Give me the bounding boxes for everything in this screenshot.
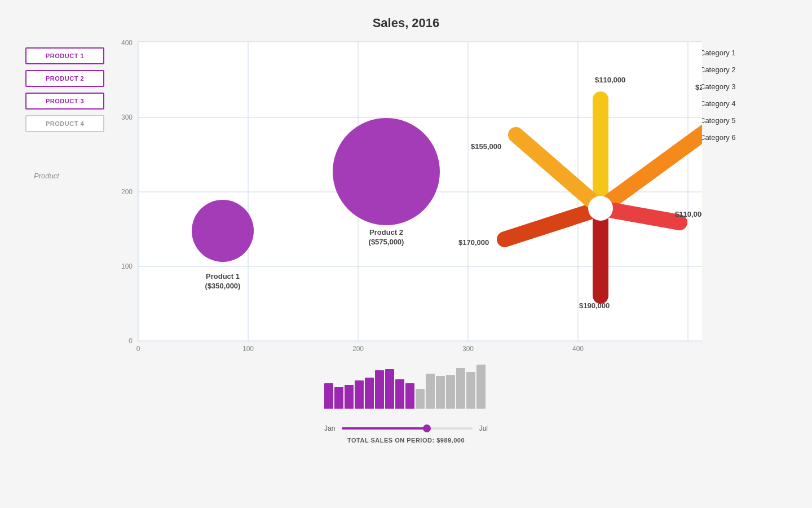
bar-4: [355, 380, 364, 409]
bar-7: [385, 369, 394, 409]
bar-2: [334, 387, 343, 409]
bar-5: [365, 378, 374, 409]
label-cat5-value: $170,000: [458, 238, 489, 247]
legend-label-cat2: Category 2: [700, 65, 736, 74]
bar-1: [324, 383, 333, 409]
bar-13: [446, 375, 455, 409]
bar-9: [405, 383, 414, 409]
slider-fill: [342, 427, 426, 430]
product-btn-2[interactable]: PRODUCT 2: [25, 70, 104, 87]
svg-text:300: 300: [121, 113, 133, 121]
page-title: Sales, 2016: [0, 0, 812, 36]
legend-label-cat5: Category 5: [700, 116, 736, 125]
svg-text:($350,000): ($350,000): [205, 282, 241, 290]
svg-text:Product 2: Product 2: [369, 228, 403, 237]
bar-chart-bars: [324, 358, 488, 409]
label-cat2-value: $210,000: [695, 83, 702, 91]
label-cat3-value: $110,000: [675, 210, 702, 218]
svg-text:Product 1: Product 1: [206, 272, 240, 281]
bubble-product1[interactable]: [192, 200, 254, 262]
label-cat4-value: $190,000: [579, 301, 610, 310]
svg-text:($575,000): ($575,000): [369, 238, 404, 246]
bar-10: [416, 389, 425, 409]
bar-8: [395, 379, 404, 409]
bar-11: [426, 374, 435, 409]
bar-12: [436, 376, 445, 409]
product-axis-label: Product: [25, 172, 104, 180]
legend-label-cat4: Category 4: [700, 99, 736, 108]
svg-text:100: 100: [242, 345, 254, 352]
svg-text:100: 100: [121, 262, 133, 270]
svg-text:400: 400: [572, 345, 584, 352]
label-cat6-value: $155,000: [471, 142, 501, 151]
spoke-center: [588, 196, 613, 221]
bar-3: [345, 385, 354, 409]
bar-chart: [324, 358, 488, 420]
svg-text:200: 200: [352, 345, 364, 352]
slider-thumb[interactable]: [423, 424, 431, 432]
product-filters: PRODUCT 1 PRODUCT 2 PRODUCT 3 PRODUCT 4 …: [25, 36, 104, 180]
svg-text:0: 0: [136, 345, 140, 352]
bar-16: [476, 365, 486, 409]
bar-6: [375, 370, 384, 409]
product-btn-3[interactable]: PRODUCT 3: [25, 93, 104, 110]
svg-text:200: 200: [121, 188, 133, 196]
product-btn-4[interactable]: PRODUCT 4: [25, 115, 104, 132]
scatter-chart: 0 100 200 300 400 0 100 200 300 400 Prod…: [110, 36, 674, 352]
bar-14: [456, 368, 465, 409]
chart-svg: 0 100 200 300 400 0 100 200 300 400 Prod…: [110, 36, 702, 352]
svg-text:300: 300: [462, 345, 474, 352]
product-btn-1[interactable]: PRODUCT 1: [25, 47, 104, 64]
label-cat1-value: $110,000: [595, 76, 625, 84]
legend-label-cat1: Category 1: [700, 49, 736, 57]
legend-label-cat3: Category 3: [700, 82, 736, 91]
total-sales-label: TOTAL SALES ON PERIOD: $989,000: [347, 437, 465, 444]
bar-15: [466, 372, 475, 409]
bottom-section: Jan Jul TOTAL SALES ON PERIOD: $989,000: [0, 358, 812, 444]
slider-start-label: Jan: [324, 424, 335, 432]
slider-end-label: Jul: [479, 424, 488, 432]
slider-track[interactable]: [342, 427, 472, 430]
svg-text:400: 400: [121, 39, 133, 47]
svg-text:0: 0: [129, 337, 133, 345]
bubble-product2[interactable]: [333, 118, 440, 225]
slider-section: Jan Jul: [324, 424, 488, 432]
legend-label-cat6: Category 6: [700, 133, 736, 142]
